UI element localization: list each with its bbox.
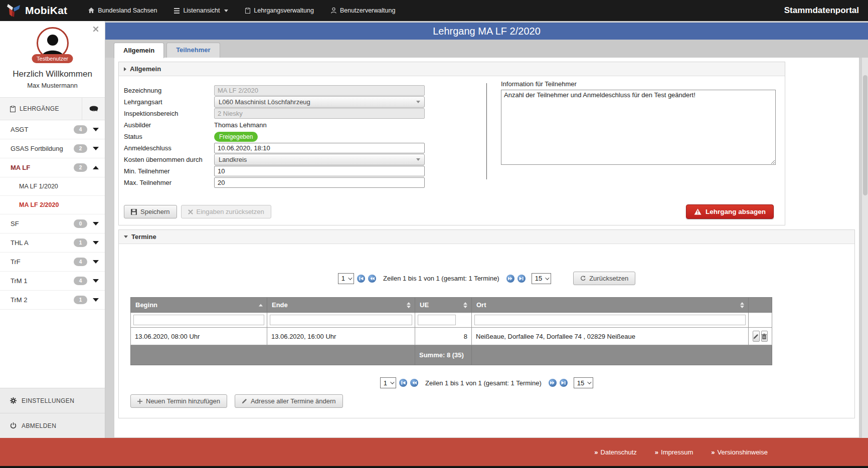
column-header-ende[interactable]: Ende: [267, 298, 415, 313]
tab-allgemein[interactable]: Allgemein: [114, 43, 164, 58]
select-caret-icon: [545, 276, 549, 280]
page-select[interactable]: 1: [380, 377, 396, 388]
cancel-course-button[interactable]: Lehrgang absagen: [686, 204, 774, 219]
first-page-button[interactable]: [357, 275, 365, 283]
trash-icon: [762, 334, 767, 339]
sidebar-item-trm-2[interactable]: TrM 2 1: [0, 291, 105, 310]
pager-top: 1 Zeilen 1 bis 1 von 1 (gesamt: 1 Termin…: [119, 272, 854, 285]
anmeldeschluss-input[interactable]: [214, 143, 425, 153]
column-header-beginn[interactable]: Beginn: [131, 298, 267, 313]
prev-page-button[interactable]: [368, 275, 376, 283]
max-teilnehmer-input[interactable]: [214, 177, 425, 188]
courses-cap-button[interactable]: [82, 98, 105, 120]
nav-item-listenansicht[interactable]: Listenansicht: [174, 7, 228, 14]
sidebar-subitem-ma-lf-2-2020[interactable]: MA LF 2/2020: [0, 196, 105, 214]
column-divider: [486, 83, 487, 179]
sidebar-item-einstellungen[interactable]: EINSTELLUNGEN: [0, 388, 105, 413]
sidebar-item-thl-a[interactable]: THL A 1: [0, 233, 105, 253]
select-caret-icon: [348, 276, 352, 280]
tab-teilnehmer[interactable]: Teilnehmer: [166, 43, 220, 58]
next-page-button[interactable]: [549, 379, 557, 387]
page-select[interactable]: 1: [338, 273, 354, 284]
graduation-cap-icon: [89, 105, 99, 113]
filter-beginn-input[interactable]: [133, 315, 264, 325]
close-icon[interactable]: [93, 26, 99, 32]
nav-item-lehrgangsverwaltung[interactable]: Lehrgangsverwaltung: [245, 7, 314, 14]
change-address-button[interactable]: Adresse aller Termine ändern: [235, 394, 343, 408]
sidebar-item-sf[interactable]: SF 0: [0, 214, 105, 233]
sort-icon[interactable]: [407, 302, 411, 308]
footer-link-datenschutz[interactable]: »Datenschutz: [594, 448, 637, 456]
cell-ort: Neißeaue, Dorfallee 74, Dorfallee 74 , 0…: [472, 328, 749, 345]
last-page-button[interactable]: [560, 379, 568, 387]
list-icon: [174, 8, 180, 14]
sidebar-item-abmelden[interactable]: ABMELDEN: [0, 413, 105, 438]
reset-table-button[interactable]: Zurücksetzen: [573, 272, 635, 285]
prev-page-button[interactable]: [410, 379, 418, 387]
edit-row-button[interactable]: [753, 331, 760, 342]
field-label-lehrgangsart: Lehrgangsart: [124, 98, 214, 106]
gear-icon: [10, 397, 17, 404]
chevron-down-icon: [93, 147, 99, 150]
filter-ue-input[interactable]: [418, 315, 456, 325]
sidebar-item-ma-lf[interactable]: MA LF 2: [0, 158, 105, 177]
count-badge: 4: [74, 258, 87, 266]
filter-ort-input[interactable]: [474, 315, 746, 325]
clipboard-icon: [245, 8, 250, 14]
column-header-ue[interactable]: UE: [415, 298, 472, 313]
panel-allgemein: Allgemein Bezeichnung Lehrgangsart L060 …: [118, 62, 785, 225]
vertical-scrollbar[interactable]: [861, 58, 868, 438]
reset-inputs-button[interactable]: Eingaben zurücksetzen: [181, 205, 271, 218]
first-page-button[interactable]: [399, 379, 407, 387]
clipboard-icon: [10, 106, 16, 112]
sort-icon[interactable]: [463, 302, 467, 308]
select-caret-icon: [390, 380, 394, 384]
count-badge: 2: [74, 163, 87, 172]
brand-name: MobiKat: [25, 5, 67, 17]
count-badge: 4: [74, 125, 87, 134]
sidebar-subitem-ma-lf-1-2020[interactable]: MA LF 1/2020: [0, 177, 105, 196]
footer-link-impressum[interactable]: »Impressum: [655, 448, 693, 456]
panel-allgemein-header[interactable]: Allgemein: [119, 62, 785, 76]
min-teilnehmer-input[interactable]: [214, 166, 425, 176]
brand-logo[interactable]: MobiKat: [0, 3, 67, 19]
sort-asc-icon[interactable]: [259, 304, 263, 306]
delete-row-button[interactable]: [761, 331, 768, 342]
page-title: Lehrgang MA LF 2/2020: [105, 23, 868, 40]
portal-title: Stammdatenportal: [784, 6, 868, 16]
home-icon: [88, 8, 94, 14]
ausbilder-value: Thomas Lehmann: [214, 121, 267, 129]
page-size-select[interactable]: 15: [532, 273, 551, 284]
collapse-arrow-icon: [124, 236, 128, 238]
sort-icon[interactable]: [740, 302, 744, 308]
lehrgangsart-select[interactable]: L060 Maschinist Löschfahrzeug: [214, 96, 425, 108]
field-label-min-teilnehmer: Min. Teilnehmer: [124, 167, 214, 175]
panel-termine-header[interactable]: Termine: [119, 230, 854, 244]
nav-item-benutzerverwaltung[interactable]: Benutzerverwaltung: [331, 7, 395, 14]
kosten-select[interactable]: Landkreis: [214, 154, 425, 165]
last-page-button[interactable]: [517, 275, 526, 283]
welcome-text: Herzlich Willkommen: [0, 69, 105, 79]
count-badge: 1: [74, 239, 87, 247]
teilnehmer-info-textarea[interactable]: Anzahl der Teilnehmer und Anmeldeschluss…: [501, 90, 776, 165]
cell-ende: 13.06.2020, 16:00 Uhr: [267, 328, 415, 345]
count-badge: 0: [74, 219, 87, 228]
nav-item-bundesland[interactable]: Bundesland Sachsen: [88, 7, 157, 14]
save-button[interactable]: Speichern: [124, 205, 177, 218]
sidebar-item-gsas[interactable]: GSAS Fortbildung 2: [0, 139, 105, 158]
column-header-ort[interactable]: Ort: [472, 298, 749, 313]
footer-link-versionshinweise[interactable]: »Versionshinweise: [711, 448, 768, 456]
chevron-down-icon: [93, 298, 99, 302]
sidebar-item-trf[interactable]: TrF 4: [0, 253, 105, 272]
filter-ende-input[interactable]: [270, 315, 412, 325]
field-label-max-teilnehmer: Max. Teilnehmer: [124, 179, 214, 186]
add-termin-button[interactable]: Neuen Termin hinzufügen: [130, 394, 227, 408]
sidebar-section-label[interactable]: LEHRGÄNGE: [0, 98, 82, 120]
main-content: Allgemein Bezeichnung Lehrgangsart L060 …: [114, 58, 859, 438]
scrollbar-thumb[interactable]: [863, 75, 867, 195]
sidebar-item-asgt[interactable]: ASGT 4: [0, 120, 105, 139]
next-page-button[interactable]: [506, 275, 514, 283]
sidebar-item-trm-1[interactable]: TrM 1 4: [0, 272, 105, 291]
page-size-select[interactable]: 15: [574, 377, 593, 388]
sidebar: Testbenutzer Herzlich Willkommen Max Mus…: [0, 21, 105, 438]
